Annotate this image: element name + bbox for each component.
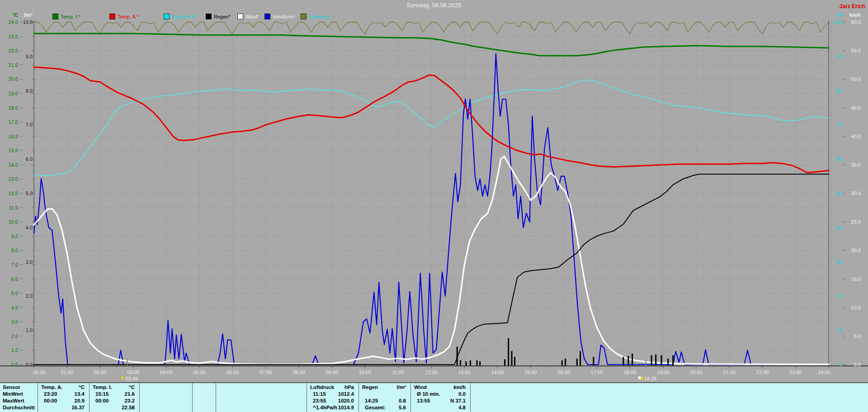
table-divider (192, 383, 193, 412)
wind-gusts-line (34, 54, 829, 365)
table-cell: 21.6 (93, 391, 135, 398)
rain-bar (661, 355, 662, 365)
time-tick-label: 07:00 (259, 370, 272, 375)
temp-tick-label: 9.0 (11, 234, 18, 239)
table-cell: 4.8 (414, 404, 466, 411)
rain-tick-label: 10.0 (23, 19, 33, 25)
table-cell: 0.8 (362, 398, 406, 404)
rain-tick-label: 0.0 (26, 362, 33, 367)
table-cell: 13.4 (41, 391, 85, 398)
rain-bar (632, 353, 633, 365)
humidity-tick-label: 20 (836, 293, 842, 299)
temp-tick-label: 16.0 (9, 134, 18, 139)
temp-tick-label: 15.0 (9, 148, 18, 153)
time-tick-label: 10:00 (359, 370, 372, 375)
table-divider (216, 383, 216, 412)
humidity-tick-label: 70 (836, 122, 842, 127)
rain-bar (576, 359, 578, 365)
rain-tick-label: 1.0 (26, 328, 33, 333)
table-cell: 1012.4 (310, 391, 354, 398)
humidity-tick-label: 100 (834, 19, 842, 25)
humidity-line (34, 80, 829, 175)
table-cell: MinWert (3, 391, 37, 398)
temp-tick-label: 5.0 (11, 290, 18, 296)
table-cell: 22.58 (93, 404, 135, 411)
table-divider (139, 383, 140, 412)
humidity-tick-label: 90 (836, 54, 842, 59)
wind-tick-label: 35.0 (851, 162, 861, 168)
temp-tick-label: 12.0 (9, 191, 18, 196)
time-tick-label: 22:00 (756, 370, 769, 375)
table-cell: 1020.0 (310, 398, 354, 404)
rain-tick-label: 4.0 (26, 225, 33, 230)
temp-tick-label: 7.0 (11, 262, 18, 267)
wind-tick-label: 55.0 (851, 48, 861, 53)
table-cell: °C (41, 384, 85, 391)
wind-tick-label: 30.0 (851, 191, 861, 196)
time-tick-label: 12:00 (425, 370, 438, 375)
table-divider (470, 383, 471, 412)
temp-tick-label: 23.0 (9, 34, 18, 39)
table-cell: hPa (310, 384, 354, 391)
time-tick-label: 09:00 (326, 370, 338, 375)
temp-tick-label: 24.0 (9, 19, 18, 25)
table-divider (89, 383, 90, 412)
table-cell: km/h (414, 384, 466, 391)
time-tick-label: 15:00 (524, 370, 537, 375)
time-tick-label: 05:00 (193, 370, 206, 375)
time-tick-label: 03:00 (127, 370, 140, 375)
rain-bar (457, 346, 458, 365)
weather-chart-plot[interactable]: 24.023.022.021.020.019.018.017.016.015.0… (0, 0, 868, 382)
table-cell (362, 391, 406, 398)
wind-tick-label: 20.0 (851, 248, 861, 253)
stats-table: SensorMinWertMaxWertDurchschnittTemp. A.… (0, 382, 868, 412)
temp-tick-label: 6.0 (11, 276, 18, 282)
temp-tick-label: 14.0 (9, 162, 18, 168)
rain-bar (504, 359, 505, 365)
rain-bar (465, 361, 467, 365)
rain-bar (627, 356, 629, 365)
time-tick-label: 24:00 (818, 370, 830, 375)
wind-tick-label: 50.0 (851, 76, 861, 82)
temp-tick-label: 10.0 (9, 219, 18, 225)
sun-down-icon (121, 376, 124, 379)
weather-app-window: Sonntag, 08.06.2025 Jarz Erich °C l/m² %… (0, 0, 868, 412)
time-tick-label: 02:00 (94, 370, 107, 375)
wind-tick-label: 45.0 (851, 105, 861, 111)
rain-bar (580, 351, 581, 365)
table-cell: Durchschnitt (3, 404, 37, 411)
table-cell: Sensor (3, 384, 37, 391)
temp-tick-label: 21.0 (9, 62, 18, 68)
rain-bar (508, 338, 509, 365)
table-divider (359, 383, 359, 412)
time-tick-label: 19:00 (657, 370, 670, 375)
time-tick-label: 14:00 (491, 370, 504, 375)
table-divider (38, 383, 38, 412)
time-tick-label: 18:00 (624, 370, 637, 375)
wind-tick-label: 40.0 (851, 134, 861, 139)
time-tick-label: 04:00 (160, 370, 173, 375)
reception-line (34, 22, 829, 34)
rain-bar (511, 351, 512, 365)
table-cell: N 37.1 (414, 398, 466, 404)
time-tick-label: 11:00 (392, 370, 404, 375)
temp-tick-label: 3.0 (11, 319, 18, 324)
temp-tick-label: 2.0 (11, 333, 18, 339)
sun-up-icon (641, 377, 644, 381)
table-cell: 1014.9 (310, 404, 354, 411)
time-tick-label: 08:00 (292, 370, 305, 375)
rain-bar (667, 359, 669, 365)
sun-up-icon (638, 376, 641, 379)
temp-tick-label: 8.0 (11, 248, 18, 253)
humidity-tick-label: 0 (839, 362, 842, 367)
rain-tick-label: 5.0 (26, 191, 33, 196)
time-tick-label: 23:00 (789, 370, 802, 375)
table-divider (410, 383, 411, 412)
rain-tick-label: 2.0 (26, 293, 33, 299)
wind-tick-label: 5.0 (854, 333, 861, 339)
table-cell: l/m² (362, 384, 406, 391)
humidity-tick-label: 10 (836, 328, 842, 333)
marker-time-label: 02:49 (126, 376, 138, 381)
rain-bar (672, 355, 674, 365)
rain-tick-label: 9.0 (26, 54, 33, 59)
